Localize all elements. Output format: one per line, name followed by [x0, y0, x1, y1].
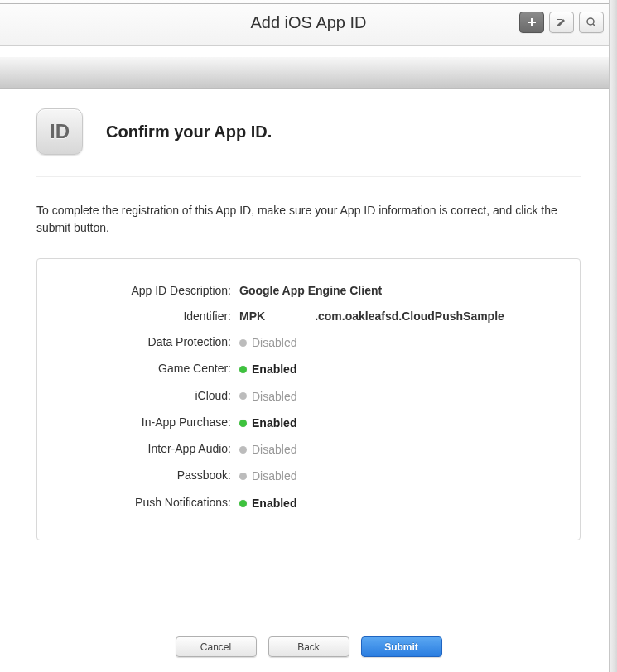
label-data-protection: Data Protection: [57, 335, 239, 349]
label-identifier: Identifier: [57, 310, 239, 323]
spacer [0, 46, 617, 57]
titlebar: Add iOS App ID [0, 0, 617, 46]
titlebar-actions [519, 12, 604, 33]
status-dot-disabled [239, 473, 247, 480]
search-button[interactable] [579, 12, 604, 33]
right-edge-chrome [609, 0, 617, 672]
row-iap: In-App Purchase: Enabled [57, 415, 560, 430]
row-data-protection: Data Protection: Disabled [57, 335, 560, 349]
footer-actions: Cancel Back Submit [0, 636, 617, 657]
status-dot-enabled [239, 366, 247, 373]
value-icloud: Disabled [239, 389, 560, 403]
value-inter-app-audio: Disabled [239, 442, 560, 456]
status-text: Disabled [252, 443, 296, 456]
label-description: App ID Description: [57, 284, 239, 297]
label-inter-app-audio: Inter-App Audio: [57, 442, 239, 456]
status-dot-disabled [239, 392, 247, 400]
label-push: Push Notifications: [57, 496, 239, 510]
label-passbook: Passbook: [57, 468, 239, 482]
svg-point-0 [587, 18, 594, 25]
row-description: App ID Description: Google App Engine Cl… [57, 284, 560, 297]
titlebar-divider [0, 3, 617, 4]
status-text: Disabled [252, 390, 296, 403]
status-dot-disabled [239, 339, 247, 347]
label-iap: In-App Purchase: [57, 415, 239, 430]
value-iap: Enabled [239, 415, 560, 430]
cancel-button[interactable]: Cancel [176, 636, 257, 657]
id-badge-icon: ID [36, 108, 83, 155]
row-inter-app-audio: Inter-App Audio: Disabled [57, 442, 560, 456]
id-badge-text: ID [50, 120, 70, 143]
row-icloud: iCloud: Disabled [57, 389, 560, 403]
status-dot-enabled [239, 500, 247, 507]
edit-button[interactable] [549, 12, 574, 33]
row-game-center: Game Center: Enabled [57, 362, 560, 376]
status-dot-enabled [239, 420, 247, 427]
header-gradient [0, 57, 617, 89]
edit-icon [556, 17, 567, 28]
status-text: Disabled [252, 470, 296, 483]
value-push: Enabled [239, 496, 560, 510]
details-box: App ID Description: Google App Engine Cl… [36, 258, 581, 540]
value-identifier: MPK .com.oakleafsd.CloudPushSample [239, 310, 560, 323]
label-game-center: Game Center: [57, 362, 239, 376]
value-game-center: Enabled [239, 362, 560, 376]
status-dot-disabled [239, 446, 247, 454]
page-title: Add iOS App ID [250, 13, 366, 32]
main-content: ID Confirm your App ID. To complete the … [0, 89, 617, 560]
value-description: Google App Engine Client [239, 284, 560, 297]
header-row: ID Confirm your App ID. [36, 108, 581, 177]
row-identifier: Identifier: MPK .com.oakleafsd.CloudPush… [57, 310, 560, 323]
search-icon [586, 17, 597, 28]
status-text: Enabled [252, 416, 296, 430]
instruction-text: To complete the registration of this App… [36, 202, 581, 237]
row-passbook: Passbook: Disabled [57, 468, 560, 482]
identifier-bundle: .com.oakleafsd.CloudPushSample [315, 310, 504, 323]
status-text: Enabled [252, 497, 296, 510]
add-button[interactable] [519, 12, 544, 33]
label-icloud: iCloud: [57, 389, 239, 403]
row-push: Push Notifications: Enabled [57, 496, 560, 510]
identifier-prefix: MPK [239, 310, 265, 323]
status-text: Enabled [252, 363, 296, 377]
value-passbook: Disabled [239, 468, 560, 482]
value-data-protection: Disabled [239, 335, 560, 349]
status-text: Disabled [252, 336, 296, 349]
back-button[interactable]: Back [268, 636, 349, 657]
svg-line-1 [593, 24, 595, 26]
plus-icon [527, 17, 537, 27]
confirm-title: Confirm your App ID. [106, 122, 272, 142]
submit-button[interactable]: Submit [361, 636, 442, 657]
